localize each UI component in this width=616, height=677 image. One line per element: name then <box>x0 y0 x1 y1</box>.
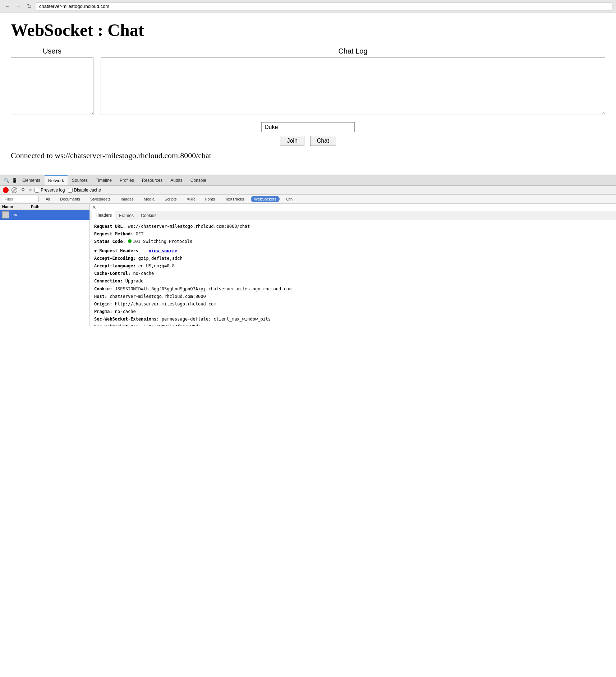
back-button[interactable]: ← <box>4 3 12 10</box>
chatlog-section: Chat Log <box>101 47 605 116</box>
header-value: gzip,deflate,sdch <box>138 256 183 261</box>
header-value: chatserver-milestogo.rhcloud.com:8000 <box>110 294 206 299</box>
detail-content: Request URL: ws://chatserver-milestogo.r… <box>90 220 616 326</box>
header-value: en-US,en;q=0.8 <box>138 263 175 268</box>
page-content: WebSocket : Chat Users Chat Log Join Cha… <box>0 13 616 175</box>
forward-button[interactable]: → <box>14 3 22 10</box>
filter-media[interactable]: Media <box>141 196 158 202</box>
filter-images[interactable]: Images <box>118 196 137 202</box>
request-method-row: Request Method: GET <box>94 231 612 238</box>
users-textarea[interactable] <box>11 57 93 115</box>
header-name: Cache-Control: <box>94 271 130 276</box>
header-value: JSESSIONID=fhiBggJ05ggLndSgpnQ7Aiyj.chat… <box>115 286 291 291</box>
header-value: http://chatserver-milestogo.rhcloud.com <box>115 301 216 307</box>
header-name: Pragma: <box>94 309 112 314</box>
input-row <box>11 122 605 132</box>
header-value: permessage-deflate; client_max_window_bi… <box>162 317 271 322</box>
tab-console[interactable]: Console <box>187 176 210 185</box>
close-detail-button[interactable]: ✕ <box>91 204 97 210</box>
chat-layout: Users Chat Log <box>11 47 605 116</box>
filter-other[interactable]: Oth <box>283 196 296 202</box>
network-item-icon <box>2 211 9 218</box>
header-row: Cookie: JSESSIONID=fhiBggJ05ggLndSgpnQ7A… <box>94 286 612 293</box>
chat-input[interactable] <box>261 122 355 132</box>
detail-tab-cookies[interactable]: Cookies <box>137 212 160 220</box>
users-section: Users <box>11 47 93 116</box>
network-list-header: Name Path <box>0 204 89 210</box>
network-item-chat[interactable]: chat <box>0 210 89 220</box>
record-button[interactable] <box>3 187 9 193</box>
users-label: Users <box>11 47 93 55</box>
devtools-search-icon[interactable]: 🔍 <box>3 177 10 184</box>
disable-cache-checkbox[interactable]: Disable cache <box>68 188 101 193</box>
col-path-header: Path <box>31 204 87 209</box>
request-method-label: Request Method: <box>94 231 133 236</box>
request-headers-section: ▼ Request Headers view source <box>94 248 612 254</box>
status-code-value: 101 Switching Protocols <box>133 239 192 244</box>
browser-chrome: ← → ↻ <box>0 0 616 13</box>
request-url-row: Request URL: ws://chatserver-milestogo.r… <box>94 223 612 230</box>
detail-tab-frames[interactable]: Frames <box>115 212 137 220</box>
header-name: Origin: <box>94 301 112 307</box>
join-button[interactable]: Join <box>280 136 304 146</box>
detail-tab-headers[interactable]: Headers <box>92 211 115 220</box>
status-green-dot <box>128 239 132 243</box>
request-method-value: GET <box>136 231 144 236</box>
header-name: Sec-WebSocket-Key: <box>94 324 141 326</box>
filter-websockets[interactable]: WebSockets <box>251 196 280 202</box>
request-url-value: ws://chatserver-milestogo.rhcloud.com:80… <box>128 224 250 229</box>
tab-timeline[interactable]: Timeline <box>92 176 115 185</box>
address-bar[interactable] <box>36 2 612 10</box>
filter-all[interactable]: All <box>42 196 53 202</box>
devtools-toolbar: ⚲ ≡ Preserve log Disable cache <box>0 186 616 195</box>
status-code-row: Status Code: 101 Switching Protocols <box>94 238 612 245</box>
refresh-button[interactable]: ↻ <box>25 3 33 10</box>
filter-xhr[interactable]: XHR <box>183 196 198 202</box>
header-row: Connection: Upgrade <box>94 278 612 285</box>
tab-network[interactable]: Network <box>45 175 68 185</box>
header-row: Pragma: no-cache <box>94 308 612 315</box>
header-row: Accept-Language: en-US,en;q=0.8 <box>94 263 612 270</box>
list-view-icon: ≡ <box>29 187 32 193</box>
header-name: Cookie: <box>94 286 112 291</box>
filter-texttracks[interactable]: TextTracks <box>222 196 247 202</box>
network-item-name: chat <box>12 212 20 217</box>
connected-message: Connected to ws://chatserver-milestogo.r… <box>11 151 605 160</box>
chatlog-textarea[interactable] <box>101 57 605 115</box>
tab-elements[interactable]: Elements <box>19 176 44 185</box>
tab-audits[interactable]: Audits <box>167 176 186 185</box>
filter-fonts[interactable]: Fonts <box>202 196 219 202</box>
header-value: +/8n7qHXHoie3ft6cWH0dg== <box>143 324 206 326</box>
devtools-tabs: 🔍 📱 Elements Network Sources Timeline Pr… <box>0 175 616 186</box>
filter-input[interactable] <box>3 196 39 202</box>
detail-tabs: Headers Frames Cookies <box>90 211 616 220</box>
tab-profiles[interactable]: Profiles <box>116 176 138 185</box>
header-name: Accept-Encoding: <box>94 256 136 261</box>
page-title: WebSocket : Chat <box>11 20 605 40</box>
col-name-header: Name <box>2 204 31 209</box>
no-button[interactable] <box>12 187 17 193</box>
request-url-label: Request URL: <box>94 224 125 229</box>
filter-scripts[interactable]: Scripts <box>161 196 180 202</box>
filter-stylesheets[interactable]: Stylesheets <box>87 196 114 202</box>
chatlog-label: Chat Log <box>101 47 605 55</box>
tab-resources[interactable]: Resources <box>138 176 166 185</box>
chat-button[interactable]: Chat <box>310 136 336 146</box>
header-value: Upgrade <box>125 278 144 284</box>
filter-documents[interactable]: Documents <box>57 196 83 202</box>
preserve-log-checkbox[interactable]: Preserve log <box>35 188 65 193</box>
tab-sources[interactable]: Sources <box>68 176 91 185</box>
headers-list: Accept-Encoding: gzip,deflate,sdchAccept… <box>94 255 612 326</box>
network-list: Name Path chat <box>0 204 90 326</box>
devtools-body: Name Path chat ✕ Headers Frames Cookies … <box>0 204 616 326</box>
header-name: Connection: <box>94 278 123 284</box>
view-source-link[interactable]: view source <box>149 248 177 253</box>
header-row: Origin: http://chatserver-milestogo.rhcl… <box>94 301 612 308</box>
header-row: Sec-WebSocket-Extensions: permessage-def… <box>94 316 612 323</box>
status-code-label: Status Code: <box>94 239 125 244</box>
devtools-mobile-icon[interactable]: 📱 <box>11 177 18 184</box>
filter-icon[interactable]: ⚲ <box>20 187 26 193</box>
header-row: Cache-Control: no-cache <box>94 270 612 277</box>
filter-bar: All Documents Stylesheets Images Media S… <box>0 195 616 204</box>
devtools-panel: 🔍 📱 Elements Network Sources Timeline Pr… <box>0 175 616 326</box>
